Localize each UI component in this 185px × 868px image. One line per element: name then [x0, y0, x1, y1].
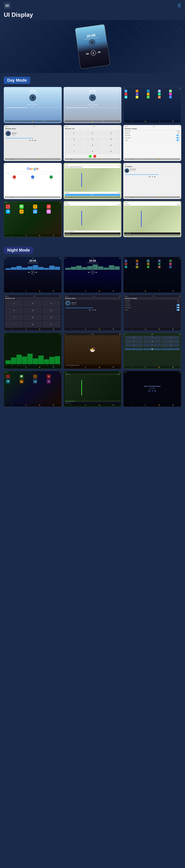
s11-b3[interactable]: 📻 [99, 235, 100, 236]
key-8[interactable]: 8 [83, 142, 102, 148]
ns12-next[interactable]: ⏭ [154, 390, 156, 392]
s5-b3[interactable]: 📻 [99, 159, 100, 160]
ns1-prev[interactable]: ⏮ [28, 272, 30, 273]
ns5-play[interactable]: ⏸ [92, 309, 93, 311]
navigation-icon[interactable]: ☰ [178, 3, 181, 8]
bottom-phone[interactable]: 📞 [10, 121, 11, 122]
ns3-b1[interactable]: 📞 [131, 290, 132, 291]
ns11-b2[interactable]: 🔊 [85, 404, 86, 406]
prev-icon[interactable]: ⏮ [86, 52, 89, 56]
s4-b2[interactable]: 🔊 [25, 159, 26, 160]
nav-destination[interactable]: Sunny Coffee Modern Restaurant [65, 166, 120, 168]
bt-prev[interactable]: ⏮ [29, 140, 31, 141]
google-search-bar[interactable]: 🔍 [6, 172, 59, 174]
ns2-prev[interactable]: ⏮ [88, 272, 89, 273]
ns6-b4[interactable]: ⚙️ [173, 329, 174, 330]
ncp-overcast[interactable]: ☁ [33, 379, 37, 383]
night-app-eq[interactable]: ≡ [169, 266, 172, 268]
s8-b2[interactable]: 🔊 [85, 197, 86, 198]
night-app-bt[interactable]: B [147, 262, 150, 265]
key-4[interactable]: 4 [65, 136, 83, 142]
bottom-radio[interactable]: 📻 [32, 121, 33, 122]
night-app-music[interactable]: ♪ [136, 259, 138, 262]
s3-b-phone[interactable]: 📞 [131, 121, 132, 122]
ns5-b4[interactable]: ⚙️ [113, 329, 114, 330]
ns2-b2[interactable]: 🔊 [85, 290, 86, 291]
app-photos[interactable]: 📷 [147, 90, 150, 92]
s8-b1[interactable]: 📞 [71, 197, 72, 198]
ns6-aa-toggle[interactable] [177, 304, 180, 306]
app-music[interactable]: ♪ [136, 90, 138, 92]
ns9-b4[interactable]: ⚙️ [173, 367, 174, 368]
nav-zoom-in[interactable]: + [125, 348, 143, 350]
s10-b2[interactable]: 🔊 [25, 235, 26, 236]
s9-b1[interactable]: 📞 [131, 197, 132, 198]
play-btn[interactable]: ⏸ [31, 102, 34, 106]
night-app-carplay[interactable]: 🍎 [169, 262, 172, 265]
ns6-b2[interactable]: 🔊 [145, 329, 146, 330]
next-icon[interactable]: ⏭ [98, 50, 101, 54]
social-prev[interactable]: ⏮ [149, 176, 151, 178]
ns2-b3[interactable]: 📻 [99, 290, 100, 291]
key-6[interactable]: 6 [102, 136, 120, 142]
ncp-podcasts[interactable]: 🎙 [47, 374, 51, 379]
s5-b4[interactable]: ⚙️ [113, 159, 114, 160]
ns3-b4[interactable]: ⚙️ [173, 290, 174, 291]
ns12-prev[interactable]: ⏮ [149, 390, 150, 392]
ns7-b1[interactable]: 📞 [11, 367, 12, 368]
ns4-b1[interactable]: 📞 [11, 329, 12, 330]
night-app-photos[interactable]: 📷 [147, 259, 150, 262]
ns4-key-hash[interactable]: # [42, 321, 60, 328]
ns1-b4[interactable]: ⚙️ [53, 290, 54, 291]
key-9[interactable]: 9 [102, 142, 120, 148]
nav-up-right[interactable]: ↗ [162, 336, 180, 339]
s5-b1[interactable]: 📞 [71, 159, 72, 160]
s6-b4[interactable]: ⚙️ [173, 159, 174, 160]
ns10-b2[interactable]: 🔊 [25, 404, 26, 406]
app-yt[interactable]: ▶ [158, 96, 161, 98]
nav-home[interactable]: 🏠 [143, 348, 161, 350]
night-app-waze[interactable]: W [125, 266, 127, 268]
night-app-settings[interactable]: ⚙ [169, 259, 172, 262]
ns10-b1[interactable]: 📞 [11, 404, 12, 406]
carplay-overcast[interactable]: ☁ [33, 210, 37, 214]
app-maps[interactable]: 🗺 [158, 90, 161, 92]
nav-left[interactable]: ← [125, 340, 143, 343]
carplay-music[interactable]: 🎵 [33, 205, 37, 209]
app-eq[interactable]: ≡ [169, 96, 172, 98]
ns6-pwr-toggle[interactable] [177, 309, 180, 311]
s11-b4[interactable]: ⚙️ [113, 235, 114, 236]
s12-b1[interactable]: 📞 [131, 235, 132, 236]
night-app-yt[interactable]: ▶ [158, 266, 161, 268]
ns10-b3[interactable]: 📻 [39, 404, 40, 406]
carplay-podcast2[interactable]: 📻 [20, 210, 24, 214]
ns5-b3[interactable]: 📻 [99, 329, 100, 330]
s4-b3[interactable]: 📻 [39, 159, 40, 160]
ns11-map[interactable] [64, 375, 121, 400]
s2-play[interactable]: ⏸ [90, 102, 95, 106]
ns8-b4[interactable]: ⚙️ [113, 367, 114, 368]
auto-connect-toggle[interactable] [177, 137, 180, 138]
key-3[interactable]: 3 [102, 130, 120, 136]
nav-down-left[interactable]: ↙ [125, 343, 143, 347]
s9-b4[interactable]: ⚙️ [173, 197, 174, 198]
ns12-b3[interactable]: 📻 [159, 404, 160, 406]
ncp-music[interactable]: 🎵 [33, 374, 37, 379]
go-button[interactable]: GO [65, 194, 120, 196]
play-pause-button[interactable]: ⏸ [90, 50, 97, 56]
ns3-b2[interactable]: 📻 [145, 290, 146, 291]
s2-b-radio[interactable]: 📻 [92, 121, 93, 122]
bottom-settings[interactable]: ⚙️ [43, 121, 44, 122]
s2-next[interactable]: ⏭ [96, 104, 97, 105]
s3-b-settings[interactable]: ⚙️ [173, 121, 174, 122]
nav-up-left[interactable]: ↖ [125, 336, 143, 339]
s6-b2[interactable]: 🔊 [145, 159, 146, 160]
ncp-phone[interactable]: 📞 [6, 374, 10, 379]
auto-answer-toggle[interactable] [177, 134, 180, 136]
app-waze[interactable]: W [125, 96, 127, 98]
progress-bar[interactable] [6, 107, 59, 108]
key-7[interactable]: 7 [65, 142, 83, 148]
app-video[interactable]: ▶ [158, 93, 161, 95]
carplay-podcasts[interactable]: 🎙 [47, 205, 51, 209]
ns4-key-0[interactable]: 0 [24, 321, 42, 328]
